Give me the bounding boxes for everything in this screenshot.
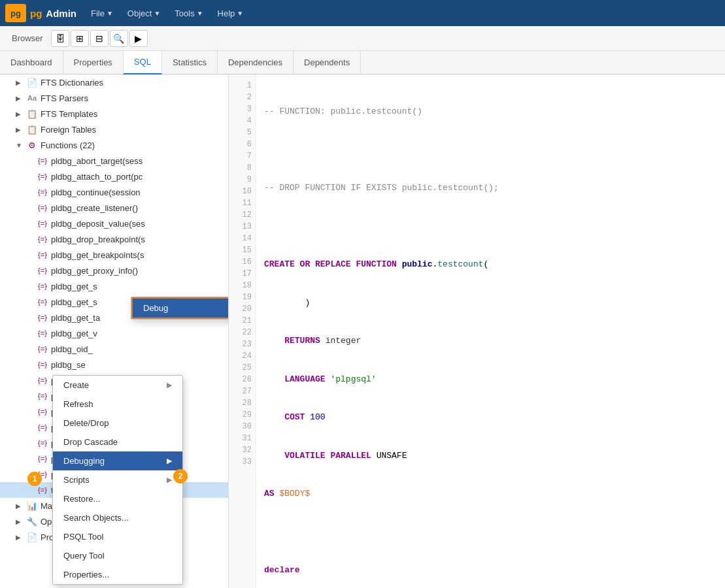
pldbg-step2-icon: {=}	[37, 421, 48, 433]
pldbg-oid-icon: {=}	[37, 343, 48, 355]
line-num-25: 25	[229, 362, 256, 374]
sidebar-item-pldbg-create[interactable]: {=} pldbg_create_listener()	[0, 200, 228, 216]
functions-arrow: ▼	[16, 142, 26, 149]
context-menu: Create ▶ Refresh Delete/Drop Drop Cascad…	[52, 375, 183, 585]
line-num-8: 8	[229, 162, 256, 174]
procedures-arrow: ▶	[16, 534, 26, 541]
toolbar-search-btn[interactable]: 🔍	[110, 30, 128, 47]
code-line-12	[264, 526, 717, 539]
ctx-properties[interactable]: Properties...	[53, 565, 182, 584]
ctx-properties-label: Properties...	[63, 570, 109, 580]
ctx-refresh[interactable]: Refresh	[53, 395, 182, 414]
tab-dashboard[interactable]: Dashboard	[0, 51, 63, 74]
logo-admin: Admin	[46, 8, 76, 19]
toolbar-restore-btn[interactable]: ⊟	[90, 30, 109, 47]
pldbg-get-proxy-label: pldbg_get_proxy_info()	[51, 266, 138, 276]
ctx-psql-tool[interactable]: PSQL Tool	[53, 527, 182, 546]
sidebar-item-pldbg-se[interactable]: {=} pldbg_se	[0, 357, 228, 372]
code-content[interactable]: -- FUNCTION: public.testcount() -- DROP …	[256, 74, 725, 588]
ctx-restore[interactable]: Restore...	[53, 489, 182, 508]
sidebar-item-pldbg-get-proxy[interactable]: {=} pldbg_get_proxy_info()	[0, 263, 228, 278]
foreign-tables-icon: 📋	[26, 123, 38, 135]
ctx-restore-label: Restore...	[63, 494, 100, 504]
line-numbers: 1 2 3 4 5 6 7 8 9 10 11 12 13 14 15 16 1…	[229, 74, 256, 588]
fts-templates-arrow: ▶	[16, 110, 26, 118]
ctx-create-label: Create	[63, 380, 89, 390]
code-line-13: declare	[264, 564, 717, 577]
ctx-scripts-arrow: ▶	[167, 476, 172, 484]
sidebar-item-fts-parsers[interactable]: ▶ Aa FTS Parsers	[0, 90, 228, 106]
sidebar-item-pldbg-deposit[interactable]: {=} pldbg_deposit_value(ses	[0, 216, 228, 231]
submenu-debugging: Debug	[131, 297, 229, 319]
sidebar-item-pldbg-attach[interactable]: {=} pldbg_attach_to_port(pc	[0, 169, 228, 184]
tabbar: Dashboard Properties SQL Statistics Depe…	[0, 51, 725, 74]
sidebar-item-functions[interactable]: ▼ ⚙ Functions (22)	[0, 137, 228, 153]
fts-parsers-label: FTS Parsers	[41, 93, 88, 103]
fts-parsers-arrow: ▶	[16, 95, 26, 102]
functions-label: Functions (22)	[41, 140, 95, 150]
menu-object[interactable]: Object ▼	[121, 6, 167, 21]
help-menu-arrow: ▼	[237, 10, 243, 17]
toolbar-db-btn[interactable]: 🗄	[51, 30, 69, 47]
code-line-6: )	[264, 297, 717, 310]
file-menu-arrow: ▼	[107, 10, 113, 17]
pldbg-get-s1-label: pldbg_get_s	[51, 282, 97, 291]
sidebar-item-fts-templates[interactable]: ▶ 📋 FTS Templates	[0, 106, 228, 122]
fts-dict-label: FTS Dictionaries	[41, 78, 103, 88]
ctx-search-objects[interactable]: Search Objects...	[53, 508, 182, 527]
pldbg-abort-label: pldbg_abort_target(sess	[51, 156, 143, 166]
line-num-13: 13	[229, 221, 256, 233]
tab-dependencies[interactable]: Dependencies	[218, 51, 294, 74]
line-num-21: 21	[229, 315, 256, 327]
submenu-debug[interactable]: Debug	[131, 297, 229, 319]
tab-statistics[interactable]: Statistics	[162, 51, 218, 74]
operators-icon: 🔧	[26, 515, 38, 527]
pldbg-drop-bp-label: pldbg_drop_breakpoint(s	[51, 235, 145, 244]
logo-pg: pg	[30, 8, 42, 19]
tab-dependents[interactable]: Dependents	[294, 51, 361, 74]
code-line-8: LANGUAGE 'plpgsql'	[264, 373, 717, 386]
menu-help[interactable]: Help ▼	[211, 6, 250, 21]
pldbg-wait2-icon: {=}	[37, 453, 48, 465]
ctx-drop-cascade[interactable]: Drop Cascade	[53, 433, 182, 451]
fts-templates-label: FTS Templates	[41, 109, 97, 119]
pldbg-se-label: pldbg_se	[51, 360, 86, 370]
line-num-12: 12	[229, 209, 256, 221]
ctx-query-tool[interactable]: Query Tool	[53, 546, 182, 565]
ctx-query-tool-label: Query Tool	[63, 551, 105, 561]
line-num-17: 17	[229, 268, 256, 280]
tab-sql[interactable]: SQL	[124, 51, 162, 74]
code-line-11: AS $BODY$	[264, 487, 717, 500]
pldbg-get-v-icon: {=}	[37, 327, 48, 339]
line-num-14: 14	[229, 233, 256, 244]
sidebar-item-pldbg-get-v[interactable]: {=} pldbg_get_v	[0, 325, 228, 341]
ctx-create[interactable]: Create ▶	[53, 376, 182, 395]
ctx-scripts-label: Scripts	[63, 475, 90, 485]
line-num-9: 9	[229, 174, 256, 186]
step-badge-2: 2	[173, 469, 188, 483]
pldbg-get-s2-icon: {=}	[37, 296, 48, 308]
tab-properties[interactable]: Properties	[63, 51, 124, 74]
pldbg-wait1-icon: {=}	[37, 437, 48, 449]
toolbar-query-btn[interactable]: ▶	[129, 30, 148, 47]
sidebar-item-fts-dictionaries[interactable]: ▶ 📄 FTS Dictionaries	[0, 74, 228, 90]
ctx-delete-drop[interactable]: Delete/Drop	[53, 414, 182, 433]
pldbg-get-bp-icon: {=}	[37, 249, 48, 261]
line-num-7: 7	[229, 150, 256, 162]
logo-box: pg	[5, 4, 26, 22]
ctx-scripts[interactable]: Scripts ▶	[53, 470, 182, 489]
menu-tools[interactable]: Tools ▼	[168, 6, 209, 21]
sidebar-item-foreign-tables[interactable]: ▶ 📋 Foreign Tables	[0, 122, 228, 137]
sidebar-item-pldbg-continue[interactable]: {=} pldbg_continue(session	[0, 184, 228, 200]
ctx-debugging[interactable]: Debugging ▶	[53, 451, 182, 470]
code-line-9: COST 100	[264, 411, 717, 424]
toolbar-table-btn[interactable]: ⊞	[71, 30, 89, 47]
pldbg-get-s1-icon: {=}	[37, 280, 48, 292]
sidebar-item-pldbg-oid[interactable]: {=} pldbg_oid_	[0, 341, 228, 357]
sidebar-item-pldbg-drop-bp[interactable]: {=} pldbg_drop_breakpoint(s	[0, 231, 228, 247]
sidebar-item-pldbg-get-s1[interactable]: {=} pldbg_get_s	[0, 278, 228, 294]
menu-file[interactable]: File ▼	[84, 6, 120, 21]
sidebar-item-pldbg-get-bp[interactable]: {=} pldbg_get_breakpoints(s	[0, 247, 228, 263]
sidebar-item-pldbg-abort[interactable]: {=} pldbg_abort_target(sess	[0, 153, 228, 169]
pldbg-attach-label: pldbg_attach_to_port(pc	[51, 172, 143, 182]
